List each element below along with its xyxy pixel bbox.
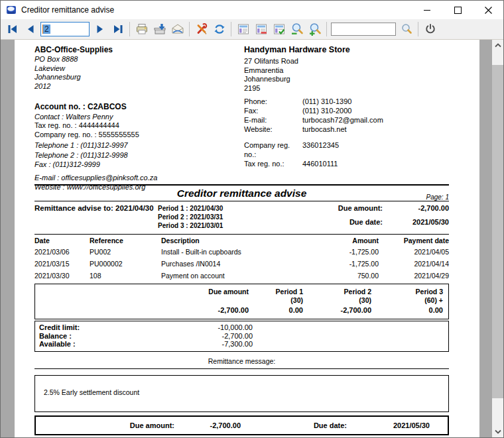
last-page-button[interactable] xyxy=(109,21,127,37)
cell-payment-date: 2021/04/14 xyxy=(379,260,449,268)
company-phone-value: (011) 310-1390 xyxy=(302,97,351,106)
due-date-value: 2021/05/30 xyxy=(383,218,449,226)
scrollbar-thumb[interactable] xyxy=(492,65,503,398)
refresh-button[interactable] xyxy=(210,21,228,37)
toolbar-separator xyxy=(189,22,190,36)
transactions-header-row: Date Reference Description Amount Paymen… xyxy=(34,235,449,248)
col-payment-date: Payment date xyxy=(379,237,449,245)
aging-header: Period 1 xyxy=(249,288,303,296)
period-3: Period 3 : 2021/03/01 xyxy=(158,221,223,230)
aging-box: Due amount Period 1 Period 2 Period 3 (3… xyxy=(34,284,449,319)
cell-payment-date: 2021/04/29 xyxy=(379,272,449,280)
summary-row: Remittance advise to: 2021/04/30 Period … xyxy=(34,201,449,234)
company-email-label: E-mail: xyxy=(244,115,302,125)
creditor-address-line: Lakeview xyxy=(34,64,244,74)
creditor-account-no: Account no. : C2ABCOS xyxy=(34,102,244,111)
aging-value: -2,700.00 xyxy=(303,306,371,315)
company-reg-label: Company reg. no.: xyxy=(244,140,302,159)
scroll-up-button[interactable] xyxy=(492,40,503,51)
col-amount: Amount xyxy=(319,237,379,245)
creditor-fax: Fax : (011)312-9999 xyxy=(34,160,244,170)
email-button[interactable] xyxy=(168,21,186,37)
layout-confirm-button[interactable] xyxy=(270,21,288,37)
company-reg-value: 336012345 xyxy=(302,140,339,159)
creditor-telephone-2: Telephone 2 : (011)312-9998 xyxy=(34,150,244,160)
zoom-in-button[interactable] xyxy=(306,21,324,37)
scroll-down-button[interactable] xyxy=(492,426,503,437)
company-address-line: Johannesburg xyxy=(244,75,449,84)
company-address-line: 27 Olifants Road xyxy=(244,57,449,66)
footer-due-amount-value: -2,700.00 xyxy=(174,421,241,429)
transactions-table: Date Reference Description Amount Paymen… xyxy=(34,235,449,280)
credit-limit-label: Credit limit: xyxy=(35,323,148,332)
cell-amount: 750.00 xyxy=(319,272,379,280)
page-number-value: 2 xyxy=(43,25,50,34)
divider xyxy=(34,368,449,369)
cell-description: Payment on account xyxy=(161,272,319,280)
app-logo-icon xyxy=(6,5,17,15)
creditor-name: ABC-Office-Supplies xyxy=(34,45,244,54)
search-input[interactable] xyxy=(331,23,396,36)
col-reference: Reference xyxy=(90,237,161,245)
vertical-scrollbar[interactable] xyxy=(492,40,503,437)
layout-header-button[interactable] xyxy=(234,21,252,37)
page-number-input[interactable]: 2 xyxy=(40,22,90,36)
cell-reference: 108 xyxy=(90,272,161,280)
creditor-address-line: Johannesburg xyxy=(34,73,244,82)
col-description: Description xyxy=(161,237,319,245)
first-page-button[interactable] xyxy=(3,21,21,37)
table-row: 2021/03/30 108 Payment on account 750.00… xyxy=(34,272,449,280)
document-viewport: ABC-Office-Supplies PO Box 8888 Lakeview… xyxy=(1,40,503,437)
close-button[interactable] xyxy=(473,1,503,19)
creditor-block: ABC-Office-Supplies PO Box 8888 Lakeview… xyxy=(34,44,244,184)
footer-due-date-value: 2021/05/30 xyxy=(347,421,430,429)
table-row: 2021/03/06 PU002 Install - Built-in cupb… xyxy=(34,248,449,256)
aging-value: 0.00 xyxy=(249,306,303,315)
company-phone-label: Phone: xyxy=(244,97,302,106)
col-date: Date xyxy=(34,237,90,245)
export-button[interactable] xyxy=(151,21,168,37)
report-title: Creditor remittance advise xyxy=(34,188,449,199)
creditor-company-reg: Company reg. no. : 5555555555 xyxy=(34,131,244,140)
title-bar: Creditor remittance advise xyxy=(1,1,503,19)
creditor-telephone-1: Telephone 1 : (011)312-9997 xyxy=(34,140,244,150)
company-block: Handyman Hardware Store 27 Olifants Road… xyxy=(244,44,449,184)
aging-header: Period 2 xyxy=(303,288,371,296)
layout-footer-button[interactable] xyxy=(252,21,270,37)
company-website-value: turbocash.net xyxy=(302,125,347,134)
aging-value: -2,700.00 xyxy=(35,306,249,315)
search-button[interactable] xyxy=(397,21,415,37)
remittance-message-label: Remittance message: xyxy=(34,357,449,365)
creditor-contact: Contact : Walters Penny xyxy=(34,112,244,121)
company-address-line: Emmarentia xyxy=(244,66,449,76)
exit-button[interactable] xyxy=(421,21,439,37)
page-label: Page: 1 xyxy=(426,193,449,201)
due-amount-value: -2,700.00 xyxy=(383,204,449,212)
creditor-address-line: 2012 xyxy=(34,82,244,91)
company-email-value: turbocash72@gmail.com xyxy=(302,115,383,125)
zoom-out-button[interactable] xyxy=(288,21,306,37)
available-label: Available : xyxy=(35,340,148,349)
cell-amount: -1,725.00 xyxy=(319,248,379,256)
aging-sub xyxy=(35,296,249,305)
credit-limit-value: -10,000.00 xyxy=(148,323,253,332)
period-1: Period 1 : 2021/04/30 xyxy=(158,204,223,213)
previous-page-button[interactable] xyxy=(21,21,39,37)
settings-button[interactable] xyxy=(192,21,210,37)
maximize-button[interactable] xyxy=(442,1,473,19)
toolbar-separator xyxy=(129,22,130,36)
aging-header: Due amount xyxy=(35,288,249,296)
credit-box: Credit limit:-10,000.00 Balance :-2,700.… xyxy=(34,321,449,352)
next-page-button[interactable] xyxy=(91,21,109,37)
print-button[interactable] xyxy=(133,21,151,37)
company-tax-reg-value: 446010111 xyxy=(302,159,338,168)
cell-date: 2021/03/30 xyxy=(34,272,90,280)
minimize-button[interactable] xyxy=(412,1,442,19)
aging-header: Period 3 xyxy=(371,288,443,296)
company-website-label: Website: xyxy=(244,125,302,134)
company-address-line: 2195 xyxy=(244,84,449,93)
cell-amount: -1,725.00 xyxy=(319,260,379,268)
cell-description: Purchases /IN0014 xyxy=(161,260,319,268)
cell-reference: PU000002 xyxy=(90,260,161,268)
due-amount-label: Due amount: xyxy=(338,204,383,212)
